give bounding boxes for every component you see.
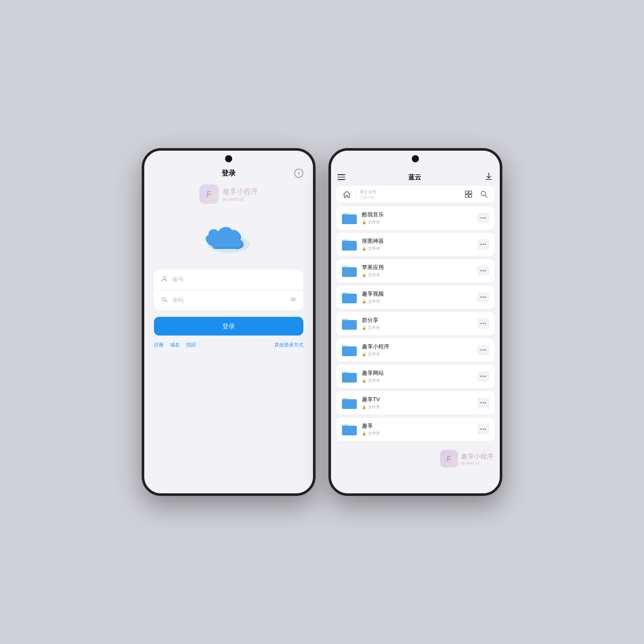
folder-icon <box>341 370 357 383</box>
folder-name: 群分享 <box>362 317 473 324</box>
watermark-app-name: 趣享小程序 <box>223 187 258 196</box>
folder-icon <box>341 422 357 436</box>
login-title: 登录 <box>222 168 236 178</box>
menu-button[interactable] <box>337 174 345 180</box>
power-button <box>314 209 316 241</box>
password-input[interactable] <box>173 297 285 304</box>
file-item[interactable]: 苹果应用 🔒 文件夹 ••• <box>336 259 495 282</box>
folder-type: 文件夹 <box>368 351 380 357</box>
path-main: 最近使用 <box>360 189 459 195</box>
more-options-button[interactable]: ••• <box>477 266 489 276</box>
login-screen: 登录 i F 趣享小程序 qx.oovc.cc <box>144 168 313 493</box>
file-item[interactable]: 趣享 🔒 文件夹 ••• <box>336 418 495 441</box>
power-button <box>501 209 502 241</box>
folder-type: 文件夹 <box>368 404 380 410</box>
more-dots-icon: ••• <box>480 321 487 327</box>
lock-icon: 🔒 <box>362 352 366 356</box>
more-options-button[interactable]: ••• <box>477 318 489 329</box>
file-item[interactable]: 趣享TV 🔒 文件夹 ••• <box>336 391 495 414</box>
folder-icon <box>341 290 357 304</box>
left-links: 注册 域名 找回 <box>154 342 196 348</box>
file-info: 趣享 🔒 文件夹 <box>362 422 473 436</box>
more-options-button[interactable]: ••• <box>477 371 489 382</box>
file-item[interactable]: 趣享网站 🔒 文件夹 ••• <box>336 365 495 388</box>
folder-meta: 🔒 文件夹 <box>362 246 473 251</box>
folder-name: 趣享网站 <box>362 369 473 377</box>
more-dots-icon: ••• <box>480 374 487 379</box>
file-screen: 蓝云 最近使用 已选 # 格 <box>331 168 500 493</box>
folder-icon <box>341 264 357 278</box>
folder-meta: 🔒 文件夹 <box>362 378 473 384</box>
more-options-button[interactable]: ••• <box>477 213 489 223</box>
info-icon[interactable]: i <box>294 169 303 178</box>
file-info: 趣享TV 🔒 文件夹 <box>362 396 473 410</box>
cloud-svg <box>203 220 254 255</box>
more-options-button[interactable]: ••• <box>477 424 489 434</box>
login-links: 注册 域名 找回 其他登录方式 <box>154 342 303 348</box>
svg-rect-5 <box>465 191 468 194</box>
grid-view-button[interactable] <box>462 188 475 200</box>
folder-type: 文件夹 <box>368 378 380 384</box>
folder-icon <box>341 396 357 410</box>
file-item[interactable]: 趣享视频 🔒 文件夹 ••• <box>336 286 495 309</box>
retrieve-link[interactable]: 找回 <box>186 342 196 348</box>
file-item[interactable]: 酷我音乐 🔒 文件夹 ••• <box>336 206 495 230</box>
login-button[interactable]: 登录 <box>154 317 303 336</box>
folder-icon <box>341 211 357 225</box>
more-dots-icon: ••• <box>480 241 487 247</box>
volume-button <box>142 215 143 238</box>
file-manager-phone: 蓝云 最近使用 已选 # 格 <box>328 148 502 496</box>
folder-name: 酷我音乐 <box>362 211 473 218</box>
register-link[interactable]: 注册 <box>154 342 164 348</box>
more-options-button[interactable]: ••• <box>477 345 489 355</box>
account-input[interactable] <box>173 277 297 283</box>
folder-icon <box>341 238 357 251</box>
watermark-text: 趣享小程序 qx.oovc.cc <box>223 187 258 202</box>
more-options-button[interactable]: ••• <box>477 398 489 408</box>
domain-link[interactable]: 域名 <box>170 342 180 348</box>
svg-point-1 <box>163 277 166 279</box>
login-header: 登录 i <box>154 168 303 178</box>
file-item[interactable]: 趣享小程序 🔒 文件夹 ••• <box>336 338 495 362</box>
folder-type: 文件夹 <box>368 325 380 331</box>
search-button[interactable] <box>478 188 490 200</box>
folder-meta: 🔒 文件夹 <box>362 325 473 331</box>
file-header: 蓝云 <box>331 168 500 186</box>
file-item[interactable]: 群分享 🔒 文件夹 ••• <box>336 312 495 335</box>
folder-meta: 🔒 文件夹 <box>362 351 473 357</box>
file-list: 酷我音乐 🔒 文件夹 ••• 抠图神器 🔒 文件夹 <box>331 206 500 493</box>
svg-rect-7 <box>465 194 468 197</box>
more-dots-icon: ••• <box>480 347 487 353</box>
svg-point-3 <box>291 298 296 301</box>
folder-type: 文件夹 <box>368 298 380 304</box>
watermark: F 趣享小程序 qx.oovc.cc <box>199 185 258 204</box>
folder-name: 趣享TV <box>362 396 473 403</box>
download-button[interactable] <box>484 172 493 183</box>
other-login-link[interactable]: 其他登录方式 <box>274 342 303 348</box>
more-dots-icon: ••• <box>480 400 487 406</box>
lock-icon: 🔒 <box>362 326 366 330</box>
folder-type: 文件夹 <box>368 431 380 436</box>
volume-button <box>328 215 330 238</box>
folder-name: 抠图神器 <box>362 237 473 245</box>
more-options-button[interactable]: ••• <box>477 292 489 302</box>
watermark-icon: F <box>199 185 219 204</box>
file-info: 酷我音乐 🔒 文件夹 <box>362 211 473 225</box>
svg-point-4 <box>293 299 294 300</box>
file-manager-title: 蓝云 <box>408 173 421 182</box>
home-button[interactable] <box>341 188 353 200</box>
login-form <box>154 270 303 310</box>
toggle-password-icon[interactable] <box>290 296 297 305</box>
account-field <box>154 270 303 290</box>
file-info: 苹果应用 🔒 文件夹 <box>362 264 473 278</box>
file-item[interactable]: 抠图神器 🔒 文件夹 ••• <box>336 233 495 256</box>
file-info: 群分享 🔒 文件夹 <box>362 317 473 331</box>
file-info: 抠图神器 🔒 文件夹 <box>362 237 473 251</box>
folder-name: 趣享 <box>362 422 473 430</box>
login-phone: 登录 i F 趣享小程序 qx.oovc.cc <box>142 148 316 496</box>
hamburger-line-2 <box>337 177 345 178</box>
search-bar: 最近使用 已选 # 格 <box>336 186 495 203</box>
lock-icon: 🔒 <box>362 431 366 436</box>
more-options-button[interactable]: ••• <box>477 239 489 250</box>
folder-meta: 🔒 文件夹 <box>362 404 473 410</box>
